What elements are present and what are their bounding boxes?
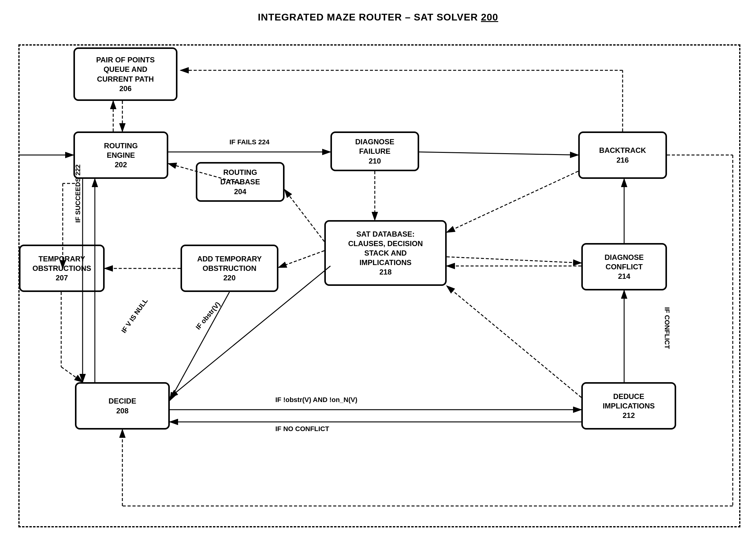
diagram: INTEGRATED MAZE ROUTER – SAT SOLVER 200 …	[0, 0, 756, 550]
svg-line-6	[419, 152, 578, 155]
label-if-conflict: IF CONFLICT	[663, 294, 671, 362]
svg-line-10	[285, 190, 324, 242]
label-if-succeeds: IF SUCCEEDS 222	[74, 151, 82, 236]
svg-line-22	[278, 251, 324, 268]
label-if-lobstr: IF !obstr(V) AND !on_N(V)	[275, 396, 357, 404]
svg-line-14	[447, 171, 578, 232]
svg-line-28	[447, 286, 581, 397]
label-if-fails: IF FAILS 224	[229, 138, 270, 146]
svg-line-23	[170, 292, 229, 400]
arrows-svg	[0, 0, 756, 550]
svg-line-18	[61, 367, 83, 382]
svg-line-11	[168, 164, 240, 184]
svg-line-12	[447, 257, 581, 263]
label-if-no-conflict: IF NO CONFLICT	[275, 425, 329, 433]
